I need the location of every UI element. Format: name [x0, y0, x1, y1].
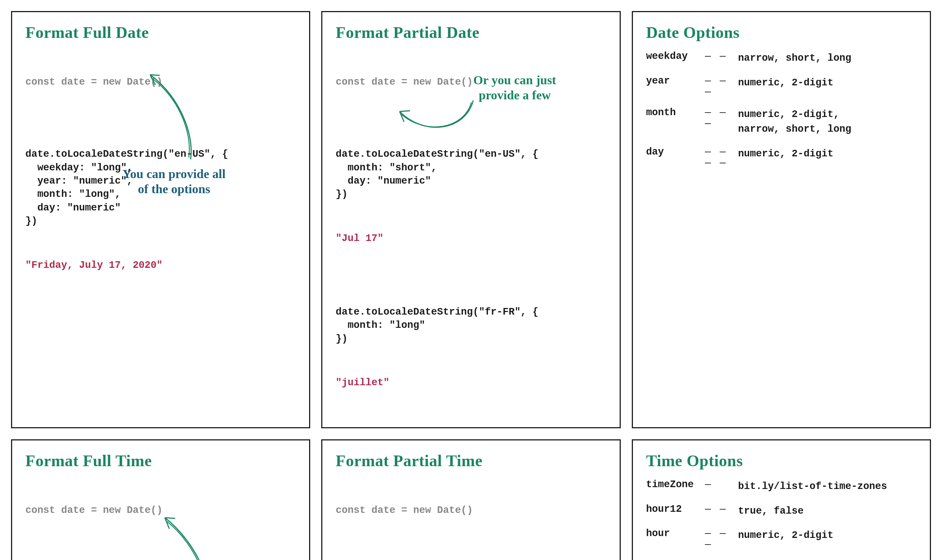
code-output: "Friday, July 17, 2020" [25, 258, 296, 272]
option-dash: — — — — [705, 146, 738, 169]
options-list: timeZone—bit.ly/list-of-time-zoneshour12… [646, 479, 917, 560]
code-block: const date = new Date() date.toLocaleTim… [25, 477, 296, 560]
code-block: const date = new Date() date.toLocaleDat… [336, 49, 606, 416]
card-full-time: Format Full Time const date = new Date()… [11, 439, 310, 560]
option-val: numeric, 2-digit [738, 146, 917, 162]
spacer [25, 115, 296, 121]
annotation: You can provide all of the options [123, 167, 226, 197]
card-time-options: Time Options timeZone—bit.ly/list-of-tim… [632, 439, 931, 560]
option-row: month— — —numeric, 2-digit, narrow, shor… [646, 107, 917, 137]
code-output-2: "juillet" [336, 376, 606, 389]
annotation: Or you can just provide a few [473, 73, 556, 103]
card-title: Format Full Time [25, 451, 296, 470]
card-date-options: Date Options weekday— —narrow, short, lo… [632, 11, 931, 428]
option-row: hour— — —numeric, 2-digit [646, 528, 917, 550]
code-decl: const date = new Date() [336, 504, 606, 517]
code-decl: const date = new Date() [336, 75, 606, 89]
spacer [336, 544, 606, 549]
code-decl: const date = new Date() [25, 75, 296, 89]
option-val: numeric, 2-digit, narrow, short, long [738, 107, 917, 137]
option-row: timeZone—bit.ly/list-of-time-zones [646, 479, 917, 494]
option-row: day— — — —numeric, 2-digit [646, 146, 917, 169]
option-key: day [646, 146, 705, 157]
code-block: const date = new Date() date.toLocaleTim… [336, 477, 606, 560]
card-grid: Format Full Date const date = new Date()… [11, 11, 931, 549]
card-title: Format Partial Time [336, 451, 606, 470]
card-title: Date Options [646, 23, 917, 42]
spacer [336, 272, 606, 278]
option-key: timeZone [646, 479, 705, 490]
option-val: numeric, 2-digit [738, 75, 917, 91]
option-val: narrow, short, long [738, 51, 917, 66]
spacer [336, 115, 606, 121]
option-dash: — — — [705, 75, 738, 97]
option-dash: — — [705, 51, 738, 62]
card-title: Format Full Date [25, 23, 296, 42]
card-partial-date: Format Partial Date const date = new Dat… [321, 11, 620, 428]
option-key: month [646, 107, 705, 118]
code-main: date.toLocaleDateString("en-US", { month… [336, 148, 606, 201]
card-full-date: Format Full Date const date = new Date()… [11, 11, 310, 428]
option-row: hour12— —true, false [646, 504, 917, 519]
option-dash: — — — [705, 107, 738, 129]
option-key: hour [646, 528, 705, 539]
option-val: numeric, 2-digit [738, 528, 917, 543]
code-main-2: date.toLocaleDateString("fr-FR", { month… [336, 305, 606, 346]
code-output: "Jul 17" [336, 232, 606, 245]
option-row: weekday— —narrow, short, long [646, 51, 917, 66]
option-key: year [646, 75, 705, 86]
code-decl: const date = new Date() [25, 504, 296, 517]
options-list: weekday— —narrow, short, longyear— — —nu… [646, 51, 917, 169]
option-key: weekday [646, 51, 705, 62]
spacer [25, 544, 296, 549]
option-val: bit.ly/list-of-time-zones [738, 479, 917, 494]
option-dash: — — — [705, 528, 738, 550]
card-partial-time: Format Partial Time const date = new Dat… [321, 439, 620, 560]
option-row: year— — —numeric, 2-digit [646, 75, 917, 97]
card-title: Time Options [646, 451, 917, 470]
option-key: hour12 [646, 504, 705, 515]
card-title: Format Partial Date [336, 23, 606, 42]
option-dash: — — [705, 504, 738, 515]
option-dash: — [705, 479, 738, 490]
option-val: true, false [738, 504, 917, 519]
